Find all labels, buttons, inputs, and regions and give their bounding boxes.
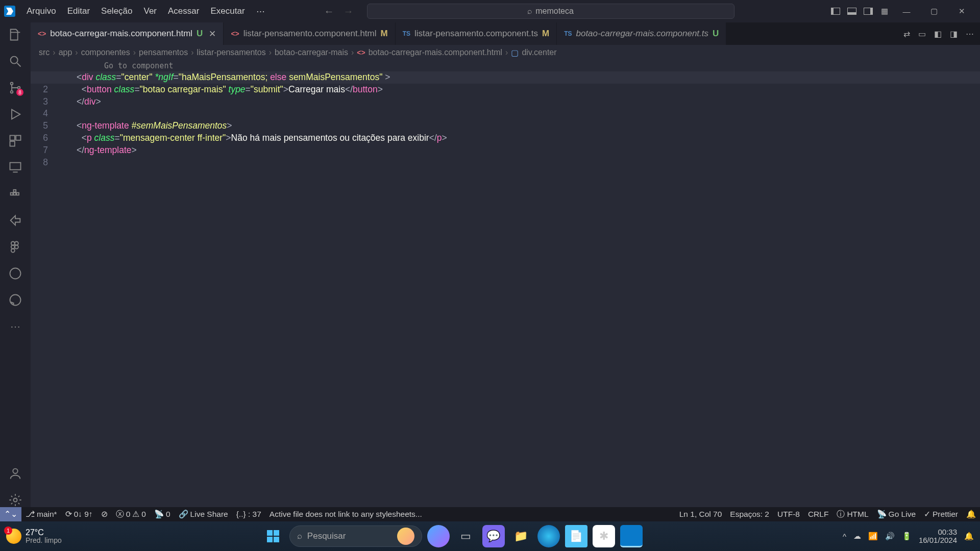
language-mode[interactable]: ⓘ HTML: [832, 507, 872, 521]
breadcrumb-segment[interactable]: app: [59, 48, 72, 57]
cursor-position[interactable]: Ln 1, Col 70: [675, 507, 726, 521]
onedrive-icon[interactable]: ☁: [853, 532, 861, 541]
figma-icon[interactable]: [8, 240, 22, 254]
docker-icon[interactable]: [8, 187, 22, 201]
search-icon: ⌕: [527, 7, 532, 16]
edge-browser-icon[interactable]: [537, 525, 560, 547]
go-live[interactable]: 📡 Go Live: [873, 507, 920, 521]
tray-chevron-icon[interactable]: ^: [843, 532, 846, 541]
code-line[interactable]: [61, 108, 980, 120]
layout-bottom-icon[interactable]: [847, 8, 856, 15]
open-changes-icon[interactable]: ▭: [918, 29, 926, 39]
stylesheet-warning[interactable]: Active file does not link to any stylesh…: [265, 507, 426, 521]
git-branch[interactable]: ⎇ main*: [21, 507, 61, 521]
battery-icon[interactable]: 🔋: [902, 532, 912, 541]
slack-icon[interactable]: ✱: [593, 525, 615, 547]
layout-left-icon[interactable]: [831, 8, 840, 15]
port-forward-icon[interactable]: ⊘: [97, 507, 112, 521]
split-right-icon[interactable]: ◨: [950, 29, 958, 39]
menu-executar[interactable]: Executar: [205, 4, 250, 18]
layout-right-icon[interactable]: [864, 8, 873, 15]
accounts-icon[interactable]: [8, 466, 22, 481]
github-icon[interactable]: [8, 293, 22, 307]
notepad-icon[interactable]: 📄: [565, 525, 587, 547]
notifications-icon[interactable]: 🔔: [964, 532, 974, 541]
nav-back-icon[interactable]: ←: [321, 5, 337, 18]
breadcrumb-segment[interactable]: src: [39, 48, 50, 57]
breadcrumbs[interactable]: src› app› componentes› pensamentos› list…: [31, 45, 980, 60]
task-view-icon[interactable]: ▭: [455, 525, 477, 547]
eol[interactable]: CRLF: [804, 507, 832, 521]
window-close-icon[interactable]: ✕: [951, 4, 972, 18]
menu-overflow-icon[interactable]: ⋯: [251, 4, 270, 19]
live-share-icon[interactable]: [8, 213, 22, 228]
search-highlight-icon: [397, 528, 414, 545]
taskbar-clock[interactable]: 00:33 16/01/2024: [919, 528, 957, 545]
code-lines[interactable]: <div class="center" *ngIf="haMaisPensame…: [61, 71, 980, 507]
code-line[interactable]: </div>: [61, 96, 980, 108]
tab-more-icon[interactable]: ⋯: [966, 29, 974, 39]
svg-point-17: [10, 268, 21, 279]
menu-arquivo[interactable]: Arquivo: [21, 4, 61, 18]
tab-close-icon[interactable]: ✕: [209, 29, 216, 39]
chat-app-icon[interactable]: 💬: [482, 525, 505, 547]
bracket-pair[interactable]: {..} : 37: [232, 507, 265, 521]
window-minimize-icon[interactable]: ―: [896, 4, 917, 18]
menu-editar[interactable]: Editar: [62, 4, 95, 18]
problems[interactable]: ⓧ 0 ⚠ 0: [112, 507, 150, 521]
window-maximize-icon[interactable]: ▢: [924, 4, 944, 18]
extensions-icon[interactable]: [8, 134, 22, 148]
nav-forward-icon[interactable]: →: [340, 5, 357, 18]
breadcrumb-segment[interactable]: botao-carregar-mais: [275, 48, 348, 57]
split-left-icon[interactable]: ◧: [934, 29, 942, 39]
explorer-icon[interactable]: [8, 28, 22, 42]
tab-listar-pensamento-html[interactable]: <> listar-pensamento.component.html M: [224, 22, 395, 45]
git-sync[interactable]: ⟳ 0↓ 9↑: [61, 507, 97, 521]
tab-botao-carregar-mais-html[interactable]: <> botao-carregar-mais.component.html U …: [31, 22, 224, 45]
breadcrumb-symbol[interactable]: div.center: [522, 48, 556, 57]
taskbar-search[interactable]: ⌕ Pesquisar: [289, 525, 422, 547]
tab-botao-carregar-mais-ts[interactable]: TS botao-carregar-mais.component.ts U: [557, 22, 726, 45]
breadcrumb-segment[interactable]: listar-pensamentos: [197, 48, 265, 57]
activity-overflow-icon[interactable]: ⋯: [8, 319, 22, 334]
edge-icon[interactable]: [8, 266, 22, 281]
vscode-taskbar-icon[interactable]: [620, 525, 643, 547]
breadcrumb-file[interactable]: botao-carregar-mais.component.html: [369, 48, 502, 57]
command-center[interactable]: ⌕ memoteca: [367, 4, 734, 19]
source-control-icon[interactable]: [8, 81, 22, 95]
tab-listar-pensamento-ts[interactable]: TS listar-pensamento.component.ts M: [396, 22, 557, 45]
live-share[interactable]: 🔗 Live Share: [175, 507, 232, 521]
windows-taskbar: 27°C Pred. limpo ⌕ Pesquisar ▭ 💬 📁 📄 ✱ ^…: [0, 521, 980, 551]
encoding[interactable]: UTF-8: [773, 507, 804, 521]
compare-icon[interactable]: ⇄: [903, 29, 910, 39]
copilot-icon[interactable]: [427, 525, 450, 547]
indentation[interactable]: Espaços: 2: [726, 507, 773, 521]
codelens-hint[interactable]: Go to component: [31, 60, 980, 70]
notifications-icon[interactable]: 🔔: [962, 507, 980, 521]
file-explorer-icon[interactable]: 📁: [510, 525, 532, 547]
taskbar-weather[interactable]: 27°C Pred. limpo: [6, 528, 62, 545]
code-editor[interactable]: 12345678 <div class="center" *ngIf="haMa…: [31, 70, 980, 507]
code-line[interactable]: <p class="mensagem-center ff-inter">Não …: [61, 132, 980, 144]
code-line[interactable]: <ng-template #semMaisPensamentos>: [61, 120, 980, 132]
breadcrumb-segment[interactable]: componentes: [81, 48, 130, 57]
code-line[interactable]: [61, 157, 980, 169]
prettier[interactable]: ✓ Prettier: [920, 507, 962, 521]
remote-explorer-icon[interactable]: [8, 160, 22, 174]
code-line[interactable]: <div class="center" *ngIf="haMaisPensame…: [31, 71, 980, 84]
settings-gear-icon[interactable]: [8, 493, 22, 507]
run-debug-icon[interactable]: [8, 107, 22, 121]
wifi-icon[interactable]: 📶: [868, 532, 878, 541]
search-icon[interactable]: [8, 54, 22, 68]
menu-ver[interactable]: Ver: [139, 4, 162, 18]
code-line[interactable]: <button class="botao carregar-mais" type…: [61, 84, 980, 96]
code-line[interactable]: </ng-template>: [61, 144, 980, 157]
breadcrumb-segment[interactable]: pensamentos: [139, 48, 188, 57]
menu-acessar[interactable]: Acessar: [163, 4, 204, 18]
start-button[interactable]: [262, 525, 284, 547]
menu-selecao[interactable]: Seleção: [96, 4, 137, 18]
remote-indicator-icon[interactable]: ⌃⌄: [0, 507, 21, 521]
volume-icon[interactable]: 🔊: [885, 532, 895, 541]
ports[interactable]: 📡 0: [150, 507, 175, 521]
layout-grid-icon[interactable]: ▦: [880, 7, 889, 16]
